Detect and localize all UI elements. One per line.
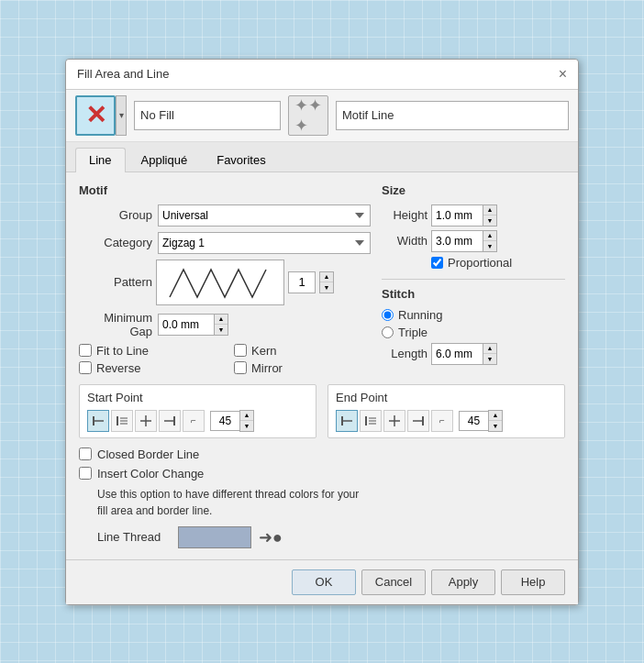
mirror-checkbox[interactable] <box>234 361 247 374</box>
stitch-section: Stitch Running Triple Length <box>382 287 565 365</box>
running-radio[interactable] <box>382 309 394 321</box>
thread-arrow-icon[interactable]: ➜● <box>259 527 283 547</box>
height-field[interactable] <box>432 205 483 226</box>
left-panel: Motif Group Universal Category Zigzag 1 <box>79 183 371 375</box>
tab-line[interactable]: Line <box>75 148 126 172</box>
height-down[interactable]: ▼ <box>483 215 496 226</box>
fill-type-input[interactable] <box>134 101 281 130</box>
start-angle-up[interactable]: ▲ <box>240 411 253 421</box>
pattern-num-up[interactable]: ▲ <box>320 272 333 282</box>
svg-rect-18 <box>422 416 424 425</box>
start-center-icon[interactable] <box>135 410 157 432</box>
min-gap-input: ▲ ▼ <box>158 314 228 336</box>
footer: OK Cancel Apply Help <box>66 559 578 604</box>
stitch-title: Stitch <box>382 287 565 301</box>
height-row: Height ▲ ▼ <box>382 204 565 227</box>
min-gap-field[interactable] <box>159 315 214 335</box>
category-select[interactable]: Zigzag 1 <box>158 232 371 254</box>
apply-button[interactable]: Apply <box>431 569 495 595</box>
reverse-label: Reverse <box>96 361 140 375</box>
start-indent-icon[interactable] <box>111 410 133 432</box>
cancel-button[interactable]: Cancel <box>361 569 426 595</box>
end-point-icons: ⌐ ▲ ▼ <box>336 410 557 432</box>
start-corner-icon[interactable]: ⌐ <box>183 410 205 432</box>
end-indent-icon[interactable] <box>360 410 382 432</box>
svg-rect-8 <box>173 416 175 425</box>
bottom-checks: Closed Border Line Insert Color Change U… <box>79 448 565 548</box>
motif-type-button[interactable]: ✦✦✦ <box>288 95 328 136</box>
start-left-icon[interactable] <box>87 410 109 432</box>
end-corner-icon[interactable]: ⌐ <box>431 410 453 432</box>
motif-title: Motif <box>79 183 371 197</box>
reverse-option: Reverse <box>79 361 216 375</box>
help-button[interactable]: Help <box>501 569 565 595</box>
width-row: Width ▲ ▼ <box>382 230 565 252</box>
no-fill-icon: ✕ <box>85 100 106 130</box>
fill-type-button[interactable]: ✕ <box>75 95 116 136</box>
category-row: Category Zigzag 1 <box>79 232 371 254</box>
end-left-icon[interactable] <box>336 410 358 432</box>
end-right-icon[interactable] <box>407 410 429 432</box>
kern-checkbox[interactable] <box>234 344 247 357</box>
end-point-title: End Point <box>336 391 557 404</box>
height-up[interactable]: ▲ <box>483 205 496 215</box>
tab-favorites[interactable]: Favorites <box>203 148 279 171</box>
pattern-row: Pattern 1 ▲ ▼ <box>79 260 371 305</box>
kern-option: Kern <box>234 344 371 358</box>
size-section: Size Height ▲ ▼ Width <box>382 183 565 270</box>
titlebar: Fill Area and Line × <box>66 60 578 90</box>
min-gap-up[interactable]: ▲ <box>215 315 228 325</box>
motif-stars-icon: ✦✦✦ <box>294 95 322 136</box>
divider <box>382 279 565 280</box>
options-grid: Fit to Line Kern Reverse Mirror <box>79 344 371 375</box>
length-up[interactable]: ▲ <box>483 344 496 354</box>
close-button[interactable]: × <box>559 67 567 82</box>
closed-border-label: Closed Border Line <box>97 448 199 461</box>
end-point-box: End Point ⌐ <box>328 384 565 438</box>
width-input-wrap: ▲ ▼ <box>431 230 497 252</box>
pattern-preview <box>156 260 284 305</box>
pattern-num-down[interactable]: ▼ <box>320 282 333 293</box>
length-label: Length <box>382 347 427 360</box>
thread-color-swatch[interactable] <box>178 526 251 548</box>
insert-color-checkbox[interactable] <box>79 467 92 480</box>
tab-applique[interactable]: Appliqué <box>128 148 202 171</box>
end-angle-down[interactable]: ▼ <box>489 421 502 431</box>
insert-color-row: Insert Color Change <box>79 467 565 481</box>
fill-type-dropdown[interactable]: ▾ <box>116 95 127 136</box>
category-label: Category <box>79 236 152 249</box>
start-angle-field[interactable] <box>210 411 239 431</box>
start-point-icons: ⌐ ▲ ▼ <box>87 410 308 432</box>
width-field[interactable] <box>432 231 483 251</box>
start-point-title: Start Point <box>87 391 308 404</box>
reverse-checkbox[interactable] <box>79 361 92 374</box>
running-label: Running <box>398 308 442 322</box>
start-right-icon[interactable] <box>159 410 181 432</box>
length-down[interactable]: ▼ <box>483 354 496 364</box>
start-angle-down[interactable]: ▼ <box>240 421 253 431</box>
svg-rect-2 <box>117 416 118 425</box>
min-gap-down[interactable]: ▼ <box>215 325 228 335</box>
thread-label: Line Thread <box>97 530 171 544</box>
proportional-checkbox[interactable] <box>431 257 443 269</box>
end-angle-up[interactable]: ▲ <box>489 411 502 421</box>
group-select[interactable]: Universal <box>158 204 371 227</box>
closed-border-checkbox[interactable] <box>79 448 92 460</box>
proportional-row: Proportional <box>431 256 565 270</box>
fit-to-line-checkbox[interactable] <box>79 344 92 357</box>
motif-type-input[interactable] <box>336 101 569 130</box>
closed-border-row: Closed Border Line <box>79 448 565 461</box>
end-angle-field[interactable] <box>459 411 488 431</box>
group-label: Group <box>79 208 152 222</box>
width-down[interactable]: ▼ <box>483 241 496 251</box>
width-up[interactable]: ▲ <box>483 231 496 241</box>
svg-rect-0 <box>93 416 94 425</box>
height-label: Height <box>382 208 427 222</box>
height-input-wrap: ▲ ▼ <box>431 204 497 227</box>
min-gap-label: Minimum Gap <box>79 311 152 338</box>
triple-radio[interactable] <box>382 326 394 338</box>
mirror-label: Mirror <box>251 361 283 375</box>
ok-button[interactable]: OK <box>292 569 356 595</box>
length-field[interactable] <box>432 344 483 364</box>
end-center-icon[interactable] <box>383 410 405 432</box>
